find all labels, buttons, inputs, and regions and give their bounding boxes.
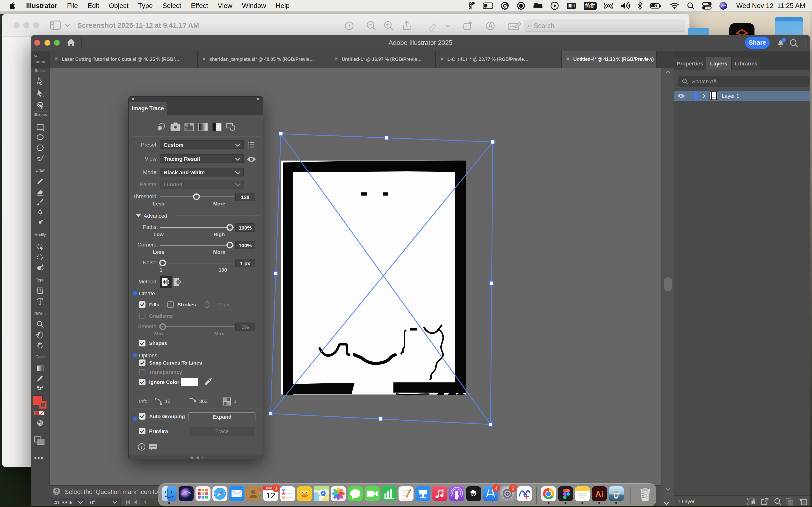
svg-text:NOV: NOV [266,487,272,490]
svg-text:i: i [141,444,142,450]
svg-text:12: 12 [266,491,275,500]
svg-text:i: i [349,23,350,29]
svg-text:Ai: Ai [595,489,603,499]
